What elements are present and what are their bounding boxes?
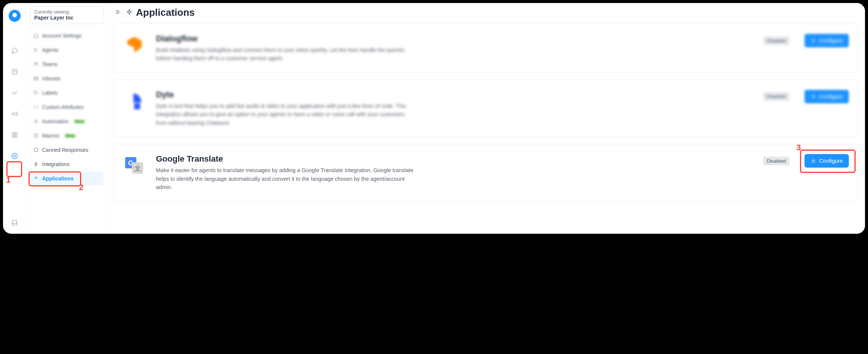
app-title: Dyte bbox=[156, 90, 753, 100]
configure-button[interactable]: Configure bbox=[804, 90, 849, 103]
sidebar-item-label: Inboxes bbox=[42, 76, 60, 82]
sidebar-item-canned-responses[interactable]: Canned Responses bbox=[30, 143, 103, 157]
page-title-text: Applications bbox=[136, 7, 195, 18]
chat-icon bbox=[33, 147, 39, 153]
sidebar-item-label: Labels bbox=[42, 90, 57, 96]
app-card-google-translate: G 文 Google Translate Make it easier for … bbox=[113, 144, 858, 201]
button-label: Configure bbox=[819, 38, 843, 44]
dialogflow-logo bbox=[123, 34, 145, 56]
reports-icon[interactable] bbox=[8, 86, 21, 99]
annotation-label-2: 2 bbox=[79, 183, 83, 192]
inbox-icon bbox=[33, 76, 39, 82]
beta-badge: Beta bbox=[73, 119, 86, 124]
sidebar-item-labels[interactable]: Labels bbox=[30, 86, 103, 100]
app-description: Dyte is tool that helps you to add live … bbox=[156, 102, 415, 127]
svg-rect-9 bbox=[134, 103, 140, 109]
teams-icon bbox=[33, 61, 39, 67]
configure-button[interactable]: Configure bbox=[804, 154, 849, 168]
org-switcher[interactable]: Currently viewing: Paper Layer Inc bbox=[30, 6, 103, 24]
sidebar-item-integrations[interactable]: Integrations bbox=[30, 157, 103, 171]
dyte-logo bbox=[123, 90, 145, 112]
sidebar-item-inboxes[interactable]: Inboxes bbox=[30, 71, 103, 86]
settings-icon[interactable] bbox=[8, 150, 21, 162]
svg-point-3 bbox=[35, 48, 36, 50]
sidebar-item-applications[interactable]: Applications bbox=[30, 171, 103, 186]
sidebar-item-account-settings[interactable]: Account Settings bbox=[30, 29, 103, 43]
status-badge: Disabled bbox=[763, 92, 790, 101]
app-card-dyte: Dyte Dyte is tool that helps you to add … bbox=[113, 80, 858, 137]
campaigns-icon[interactable] bbox=[8, 107, 21, 120]
sidebar-item-custom-attributes[interactable]: Custom Attributes bbox=[30, 100, 103, 114]
home-icon bbox=[33, 33, 39, 39]
app-description: Build chatbots using Dialogflow and conn… bbox=[156, 46, 415, 63]
svg-point-10 bbox=[813, 96, 814, 97]
sidebar-item-label: Automation bbox=[42, 118, 69, 124]
sidebar-item-agents[interactable]: Agents bbox=[30, 43, 103, 57]
status-badge: Disabled bbox=[763, 36, 790, 45]
configure-button[interactable]: Configure bbox=[804, 34, 849, 47]
svg-rect-2 bbox=[12, 221, 17, 225]
conversations-icon[interactable] bbox=[8, 44, 21, 57]
button-label: Configure bbox=[819, 158, 843, 164]
help-center-icon[interactable] bbox=[8, 129, 21, 141]
app-title: Dialogflow bbox=[156, 34, 753, 44]
status-badge: Disabled bbox=[763, 157, 790, 165]
sidebar-item-label: Macros bbox=[42, 133, 59, 139]
bolt-icon bbox=[33, 161, 39, 167]
svg-point-8 bbox=[813, 40, 814, 41]
sidebar-item-label: Canned Responses bbox=[42, 147, 88, 153]
annotation-label-3: 3 bbox=[796, 143, 801, 153]
app-logo[interactable] bbox=[9, 10, 21, 22]
settings-sidebar: Currently viewing: Paper Layer Inc Accou… bbox=[26, 3, 107, 234]
main-content: Applications Dialogflow Build chatbots u… bbox=[107, 3, 865, 234]
svg-text:文: 文 bbox=[135, 165, 141, 172]
tag-icon bbox=[33, 90, 39, 96]
org-switcher-label: Currently viewing: bbox=[34, 9, 99, 15]
svg-point-5 bbox=[36, 63, 38, 64]
sidebar-item-label: Custom Attributes bbox=[42, 104, 84, 110]
people-icon bbox=[33, 47, 39, 53]
icon-rail: 1 bbox=[3, 3, 26, 234]
beta-badge: Beta bbox=[64, 133, 77, 138]
svg-point-7 bbox=[35, 121, 37, 123]
sidebar-item-label: Integrations bbox=[42, 161, 70, 167]
org-switcher-current: Paper Layer Inc bbox=[34, 15, 99, 21]
google-translate-logo: G 文 bbox=[123, 154, 145, 177]
annotation-box-1 bbox=[6, 161, 22, 177]
contacts-icon[interactable] bbox=[8, 65, 21, 78]
svg-rect-6 bbox=[34, 77, 38, 80]
sidebar-item-label: Account Settings bbox=[42, 33, 82, 39]
sidebar-item-teams[interactable]: Teams bbox=[30, 57, 103, 71]
code-icon bbox=[33, 104, 39, 110]
svg-point-1 bbox=[14, 155, 15, 157]
macros-icon bbox=[33, 133, 39, 139]
svg-point-15 bbox=[813, 160, 814, 162]
sparkle-icon bbox=[33, 175, 39, 182]
app-description: Make it easier for agents to translate m… bbox=[156, 166, 415, 191]
page-title: Applications bbox=[126, 7, 195, 18]
automation-icon bbox=[33, 118, 39, 124]
svg-point-4 bbox=[35, 63, 36, 64]
toggle-sidebar-icon[interactable] bbox=[115, 9, 121, 17]
sidebar-item-label: Teams bbox=[42, 61, 57, 67]
sidebar-item-label: Applications bbox=[42, 175, 74, 182]
sidebar-item-label: Agents bbox=[42, 47, 59, 53]
sidebar-item-macros[interactable]: Macros Beta bbox=[30, 129, 103, 143]
docs-icon[interactable] bbox=[8, 216, 21, 229]
button-label: Configure bbox=[819, 94, 843, 100]
app-card-dialogflow: Dialogflow Build chatbots using Dialogfl… bbox=[113, 24, 858, 73]
sidebar-item-automation[interactable]: Automation Beta bbox=[30, 114, 103, 129]
app-title: Google Translate bbox=[156, 154, 753, 164]
annotation-label-1: 1 bbox=[6, 175, 11, 185]
